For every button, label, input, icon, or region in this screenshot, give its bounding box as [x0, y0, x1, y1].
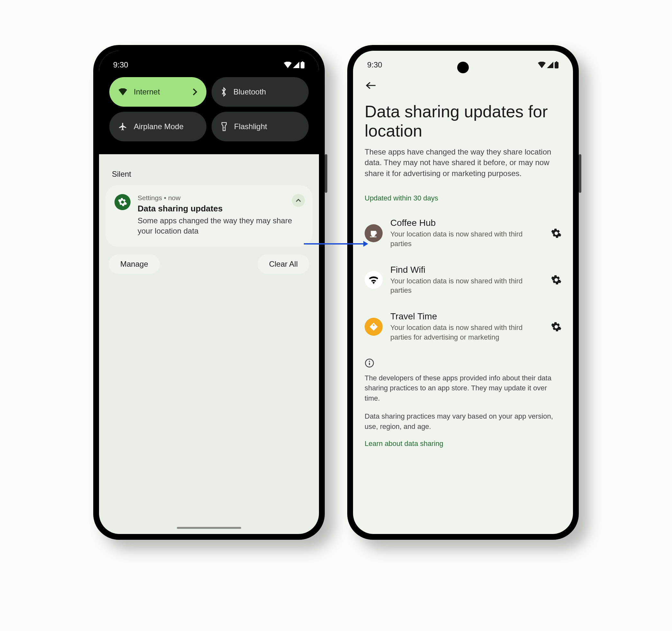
gear-icon: [551, 322, 561, 332]
phone-notification-shade: 9:30 Internet Bluetooth: [93, 45, 325, 540]
app-settings-button[interactable]: [551, 322, 561, 332]
collapse-button[interactable]: [292, 194, 305, 207]
wifi-icon: [537, 62, 546, 68]
app-name: Find Wifi: [390, 265, 544, 275]
manage-button[interactable]: Manage: [109, 254, 160, 274]
svg-rect-0: [301, 62, 305, 69]
bluetooth-icon: [221, 87, 227, 97]
app-name: Travel Time: [390, 311, 544, 322]
wifi-icon: [284, 62, 292, 68]
flashlight-icon: [221, 122, 227, 131]
svg-point-5: [373, 324, 375, 326]
gear-icon: [118, 198, 127, 207]
svg-rect-4: [556, 61, 557, 62]
footer-text-2: Data sharing practices may vary based on…: [365, 411, 561, 432]
status-bar: 9:30: [109, 60, 309, 77]
clear-all-button[interactable]: Clear All: [258, 254, 309, 274]
chevron-up-icon: [295, 199, 301, 202]
notification-card[interactable]: Settings • now Data sharing updates Some…: [105, 185, 313, 247]
qs-tile-internet[interactable]: Internet: [109, 77, 207, 107]
app-settings-button[interactable]: [551, 275, 561, 285]
qs-tile-bluetooth[interactable]: Bluetooth: [212, 77, 309, 107]
airplane-icon: [118, 122, 127, 131]
app-settings-button[interactable]: [551, 228, 561, 238]
qs-tile-label: Internet: [134, 87, 160, 96]
app-desc: Your location data is now shared with th…: [390, 276, 544, 295]
page-subtitle: These apps have changed the way they sha…: [365, 147, 561, 179]
qs-tile-label: Airplane Mode: [134, 122, 184, 131]
svg-rect-1: [302, 61, 303, 62]
learn-link[interactable]: Learn about data sharing: [365, 439, 561, 448]
chevron-right-icon: [192, 88, 197, 96]
qs-tile-label: Flashlight: [234, 122, 267, 131]
gear-icon: [551, 275, 561, 285]
settings-app-icon: [115, 194, 130, 210]
phone-detail-screen: 9:30 Data sharing updates for location T…: [347, 45, 579, 540]
signal-icon: [547, 62, 554, 68]
app-row[interactable]: Find Wifi Your location data is now shar…: [365, 258, 561, 305]
battery-icon: [554, 61, 559, 69]
back-button[interactable]: [365, 78, 561, 102]
battery-icon: [300, 61, 305, 69]
app-desc: Your location data is now shared with th…: [390, 323, 544, 342]
app-row[interactable]: Coffee Hub Your location data is now sha…: [365, 211, 561, 258]
gear-icon: [551, 228, 561, 238]
status-icons: [537, 61, 559, 69]
footer-text-1: The developers of these apps provided in…: [365, 373, 561, 404]
app-name: Coffee Hub: [390, 218, 544, 228]
app-row[interactable]: Travel Time Your location data is now sh…: [365, 305, 561, 352]
qs-tile-flashlight[interactable]: Flashlight: [212, 112, 309, 141]
info-icon: [365, 358, 561, 368]
app-icon: [365, 318, 383, 336]
arrow-left-icon: [366, 82, 376, 89]
section-label: Updated within 30 days: [365, 194, 561, 202]
flow-arrow-icon: [304, 239, 368, 249]
app-desc: Your location data is now shared with th…: [390, 229, 544, 248]
qs-tile-label: Bluetooth: [234, 87, 266, 96]
notification-text: Some apps changed the way they may share…: [138, 216, 304, 236]
camera-hole: [457, 62, 469, 73]
svg-rect-3: [555, 62, 558, 69]
qs-tile-airplane[interactable]: Airplane Mode: [109, 112, 207, 141]
status-icons: [284, 61, 305, 69]
clock: 9:30: [113, 60, 128, 69]
signal-icon: [293, 62, 300, 68]
notification-title: Data sharing updates: [138, 204, 304, 213]
svg-point-8: [369, 360, 370, 362]
clock: 9:30: [367, 60, 382, 69]
notification-source: Settings • now: [138, 194, 304, 202]
page-title: Data sharing updates for location: [365, 102, 561, 141]
navigation-handle[interactable]: [177, 527, 241, 529]
app-list: Coffee Hub Your location data is now sha…: [365, 211, 561, 352]
wifi-icon: [118, 89, 127, 95]
app-icon: [365, 271, 383, 289]
notification-section-silent: Silent: [105, 162, 313, 185]
